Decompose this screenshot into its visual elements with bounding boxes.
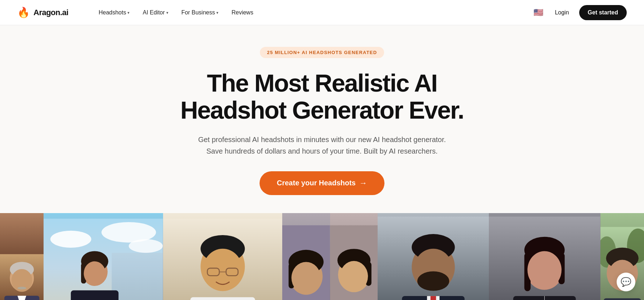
nav-item-ai-editor[interactable]: AI Editor ▾ (138, 6, 173, 19)
hero-subtitle: Get professional AI headshots in minutes… (193, 134, 452, 157)
photo-south-asian-man (378, 213, 489, 300)
brand-name: Aragon.ai (33, 8, 68, 17)
svg-point-10 (129, 239, 163, 253)
svg-rect-44 (431, 296, 436, 300)
hero-badge: 25 MILLION+ AI HEADSHOTS GENERATED (260, 47, 384, 58)
navbar: 🔥 Aragon.ai Headshots ▾ AI Editor ▾ For … (0, 0, 644, 25)
language-selector[interactable]: 🇺🇸 (532, 6, 545, 19)
arrow-right-icon: → (359, 178, 367, 188)
photo-asian-man-smiling (163, 213, 282, 300)
photo-strip (0, 213, 644, 300)
chevron-down-icon: ▾ (166, 10, 168, 15)
hero-title: The Most Realistic AI Headshot Generator… (14, 70, 630, 124)
svg-rect-59 (603, 298, 641, 300)
svg-point-35 (340, 261, 368, 291)
nav-item-for-business[interactable]: For Business ▾ (176, 6, 224, 19)
chevron-down-icon: ▾ (127, 10, 130, 15)
nav-item-reviews[interactable]: Reviews (226, 6, 258, 19)
photo-elderly-man (0, 213, 44, 300)
chat-icon: 💬 (621, 277, 631, 287)
nav-item-headshots[interactable]: Headshots ▾ (94, 6, 135, 19)
photo-young-woman-car-right (330, 213, 378, 300)
photo-asian-woman-professional (489, 213, 600, 300)
nav-menu: Headshots ▾ AI Editor ▾ For Business ▾ R… (94, 6, 258, 19)
flame-icon: 🔥 (17, 6, 30, 18)
get-started-button[interactable]: Get started (579, 5, 627, 20)
chat-support-button[interactable]: 💬 (617, 273, 635, 291)
svg-point-41 (417, 271, 449, 291)
svg-point-29 (292, 262, 321, 294)
svg-point-15 (84, 261, 106, 285)
svg-point-8 (50, 230, 91, 247)
photo-young-woman-car-left (282, 213, 330, 300)
svg-marker-6 (18, 296, 26, 300)
create-headshots-button[interactable]: Create your Headshots → (260, 171, 384, 195)
svg-rect-24 (190, 297, 255, 300)
svg-point-4 (18, 287, 26, 289)
svg-rect-16 (71, 290, 119, 300)
svg-rect-11 (112, 253, 163, 300)
navbar-right: 🇺🇸 Login Get started (532, 5, 627, 20)
logo-area[interactable]: 🔥 Aragon.ai Headshots ▾ AI Editor ▾ For … (17, 6, 258, 19)
login-button[interactable]: Login (550, 6, 573, 19)
chevron-down-icon: ▾ (216, 10, 219, 15)
svg-point-50 (528, 251, 562, 288)
photo-young-woman-waterfall (44, 213, 163, 300)
hero-section: 25 MILLION+ AI HEADSHOTS GENERATED The M… (0, 25, 644, 213)
